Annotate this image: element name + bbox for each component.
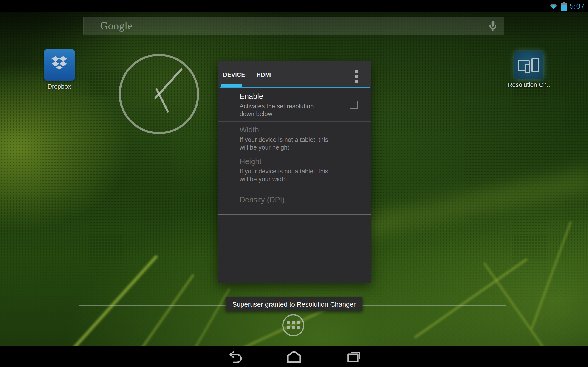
app-shortcut-dropbox[interactable]: Dropbox — [36, 49, 82, 90]
recents-button[interactable] — [346, 350, 362, 364]
app-label: Resolution Ch.. — [506, 81, 552, 89]
dropbox-app-icon — [44, 49, 75, 81]
tab-hdmi[interactable]: HDMI — [251, 61, 277, 88]
google-search-bar[interactable]: Google — [83, 17, 504, 35]
microphone-icon[interactable] — [488, 20, 498, 31]
back-button[interactable] — [226, 350, 242, 364]
toast-message: Superuser granted to Resolution Changer — [233, 301, 356, 308]
setting-title: Density (DPI) — [240, 195, 285, 205]
analog-clock-widget[interactable] — [119, 54, 199, 134]
setting-subtitle: If your device is not a tablet, this wil… — [240, 136, 337, 151]
enable-checkbox[interactable] — [350, 101, 358, 109]
home-button[interactable] — [286, 350, 302, 364]
dropbox-logo-icon — [48, 53, 71, 76]
setting-title: Height — [240, 157, 337, 166]
wifi-icon — [549, 2, 558, 10]
overflow-menu-icon[interactable] — [355, 70, 358, 83]
app-shortcut-resolution-changer[interactable]: Resolution Ch.. — [506, 51, 552, 89]
recents-icon — [346, 350, 361, 363]
resolution-changer-app-icon — [515, 51, 544, 79]
google-logo: Google — [100, 20, 132, 32]
selected-tab-indicator — [221, 84, 242, 87]
battery-icon — [561, 2, 567, 11]
setting-title: Enable — [240, 92, 337, 101]
dialog-action-bar: DEVICE HDMI — [217, 61, 371, 88]
setting-subtitle: If your device is not a tablet, this wil… — [240, 167, 337, 183]
back-icon — [227, 350, 242, 364]
all-apps-grid-icon — [287, 321, 300, 329]
setting-row-width: Width If your device is not a tablet, th… — [217, 122, 371, 153]
all-apps-button[interactable] — [282, 314, 304, 336]
home-icon — [286, 350, 302, 363]
android-home-screen: 5:07 Google Dropbox — [0, 0, 588, 367]
device-phone-icon — [525, 64, 530, 73]
toast-notification: Superuser granted to Resolution Changer — [225, 297, 363, 311]
navigation-bar — [0, 346, 588, 367]
setting-row-height: Height If your device is not a tablet, t… — [217, 153, 371, 185]
setting-subtitle: Activates the set resolution down below — [240, 102, 322, 118]
setting-row-density: Density (DPI) — [217, 185, 371, 215]
clock-time-text: 5:07 — [570, 2, 585, 10]
status-bar: 5:07 — [0, 0, 588, 12]
device-tablet-icon — [531, 58, 539, 73]
resolution-changer-dialog: DEVICE HDMI Enable Activates the set res… — [217, 61, 371, 283]
status-cluster[interactable]: 5:07 — [549, 0, 585, 12]
setting-row-enable[interactable]: Enable Activates the set resolution down… — [217, 88, 371, 122]
setting-title: Width — [240, 125, 337, 135]
app-label: Dropbox — [36, 83, 82, 90]
